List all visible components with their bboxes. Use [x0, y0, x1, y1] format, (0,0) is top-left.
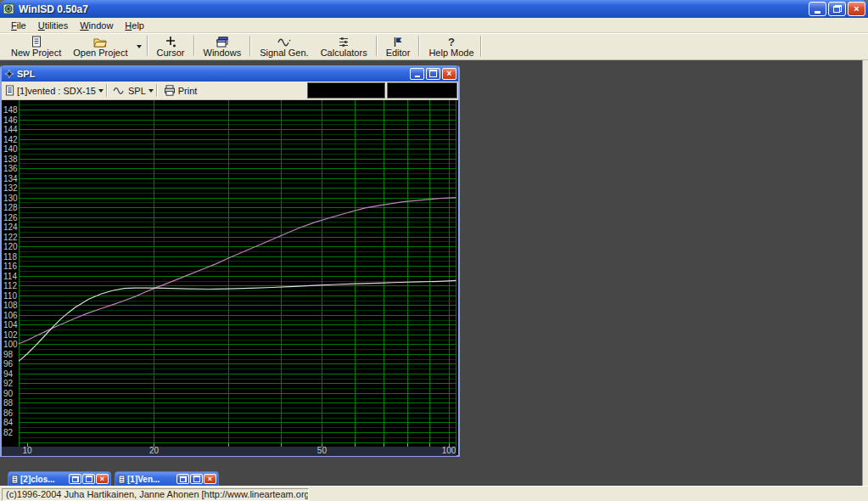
y-axis-label: 82: [3, 428, 14, 437]
graph-type-dropdown-icon[interactable]: [148, 89, 154, 95]
toolbar-end-divider: [480, 36, 482, 57]
restore-button[interactable]: [828, 2, 846, 16]
minimized-window-title: [2]clos...: [20, 475, 66, 484]
spl-close-button[interactable]: ×: [442, 68, 456, 80]
cursor-icon: [165, 35, 176, 48]
spl-maximize-button[interactable]: [426, 68, 440, 80]
y-axis-label: 124: [3, 222, 18, 232]
restore-button[interactable]: [69, 474, 81, 484]
y-axis-label: 130: [3, 194, 18, 203]
y-axis-label: 120: [3, 242, 18, 251]
svg-text:?: ?: [448, 36, 455, 48]
series-vented-sdx-15: [19, 198, 456, 344]
toolbar-button-label: Cursor: [157, 48, 185, 58]
toolbar-button-label: Open Project: [73, 48, 127, 58]
maximize-button[interactable]: [82, 474, 95, 484]
maximize-button[interactable]: [190, 474, 203, 484]
y-axis-label: 146: [3, 115, 18, 125]
toolbar-separator: [249, 36, 251, 56]
toolbar-button-cursor[interactable]: Cursor: [151, 33, 191, 59]
project-selector-dropdown-icon[interactable]: [98, 89, 104, 95]
project-selector[interactable]: [1]vented : SDX-15: [17, 86, 96, 96]
toolbar-button-label: Help Mode: [428, 48, 473, 58]
toolbar-button-signal-gen[interactable]: Signal Gen.: [254, 33, 314, 59]
menu-item-help[interactable]: Help: [119, 19, 150, 32]
close-button[interactable]: ×: [204, 474, 216, 484]
x-axis-label: 50: [317, 446, 327, 455]
y-axis-label: 110: [3, 291, 17, 301]
toolbar-button-open-project[interactable]: Open Project: [67, 33, 133, 59]
mdi-area: SPL × [1]vented : SDX-15 SPL: [0, 60, 868, 486]
y-axis-label: 108: [3, 301, 18, 310]
y-axis-label: 90: [3, 389, 14, 398]
minimized-window-1[interactable]: [2]clos...×: [8, 471, 111, 486]
x-axis-label: 10: [22, 446, 31, 455]
toolbar-separator: [147, 36, 148, 56]
spl-title-bar[interactable]: SPL ×: [2, 65, 458, 82]
minimized-window-2[interactable]: [1]Ven...×: [115, 471, 219, 486]
graph-type-selector[interactable]: SPL: [128, 86, 146, 96]
new-project-icon: [31, 35, 42, 48]
y-axis-label: 138: [3, 155, 18, 164]
legend-box-1: [307, 82, 385, 99]
spl-minimize-button[interactable]: [410, 68, 424, 80]
frequency-axis: 102050100: [2, 447, 456, 456]
close-button[interactable]: ×: [96, 474, 109, 484]
app-icon: [3, 3, 15, 15]
window-right-border: [862, 60, 868, 486]
toolbar-button-windows[interactable]: Windows: [198, 33, 248, 59]
status-bar: (c)1996-2004 Juha Hartikainen, Janne Aho…: [0, 486, 868, 501]
menu-item-utilities[interactable]: Utilities: [32, 19, 74, 32]
help-mode-icon: ?: [446, 35, 456, 48]
y-axis-label: 144: [3, 125, 18, 134]
toolbar-button-label: Signal Gen.: [260, 48, 308, 58]
y-axis-label: 96: [3, 359, 14, 369]
y-axis-label: 100: [3, 340, 18, 349]
document-icon: [118, 475, 126, 484]
y-axis-label: 112: [3, 281, 17, 290]
y-axis-label: 94: [3, 369, 14, 379]
y-axis-label: 86: [3, 408, 14, 418]
editor-icon: [393, 35, 403, 48]
y-axis-label: 88: [3, 398, 14, 408]
toolbar-button-editor[interactable]: Editor: [380, 33, 417, 59]
y-axis-label: 104: [3, 320, 18, 329]
document-icon: [11, 475, 19, 484]
y-axis-label: 142: [3, 135, 18, 144]
toolbar-button-calculators[interactable]: Calculators: [315, 33, 373, 59]
graph-type-icon: [113, 87, 126, 95]
y-axis-label: 134: [3, 174, 18, 183]
minimize-button[interactable]: [809, 2, 826, 16]
y-axis-label: 148: [3, 105, 18, 115]
y-axis-label: 106: [3, 311, 18, 320]
y-axis-label: 116: [3, 262, 17, 271]
menu-item-file[interactable]: File: [5, 19, 32, 32]
spl-chart-svg: 1481461441421401381361341321301281261241…: [2, 100, 456, 447]
main-window: WinISD 0.50a7 × FileUtilitiesWindowHelp …: [0, 0, 868, 501]
print-icon: [164, 85, 176, 96]
y-axis-label: 140: [3, 144, 18, 154]
toolbar-separator: [193, 36, 195, 56]
spl-window: SPL × [1]vented : SDX-15 SPL: [0, 65, 460, 457]
toolbar-button-label: Calculators: [321, 48, 367, 58]
restore-button[interactable]: [176, 474, 189, 484]
title-bar: WinISD 0.50a7 ×: [0, 0, 868, 18]
window-title: WinISD 0.50a7: [19, 3, 809, 15]
signal-gen-icon: [277, 35, 291, 48]
open-project-dropdown-icon[interactable]: [134, 33, 144, 59]
y-axis-label: 102: [3, 330, 18, 340]
menu-item-window[interactable]: Window: [74, 19, 119, 32]
y-axis-label: 126: [3, 213, 18, 222]
y-axis-label: 122: [3, 233, 18, 242]
print-button[interactable]: Print: [178, 86, 198, 96]
toolbar-button-help-mode[interactable]: ?Help Mode: [423, 33, 479, 59]
close-button[interactable]: ×: [848, 2, 865, 16]
legend-box-2: [387, 82, 457, 99]
open-project-icon: [93, 35, 107, 48]
y-axis-label: 128: [3, 203, 18, 212]
y-axis-label: 92: [3, 379, 14, 388]
toolbar-button-new-project[interactable]: New Project: [5, 33, 67, 59]
y-axis-label: 132: [3, 183, 18, 193]
status-text: (c)1996-2004 Juha Hartikainen, Janne Aho…: [2, 488, 309, 501]
toolbar-button-label: Editor: [386, 48, 411, 58]
